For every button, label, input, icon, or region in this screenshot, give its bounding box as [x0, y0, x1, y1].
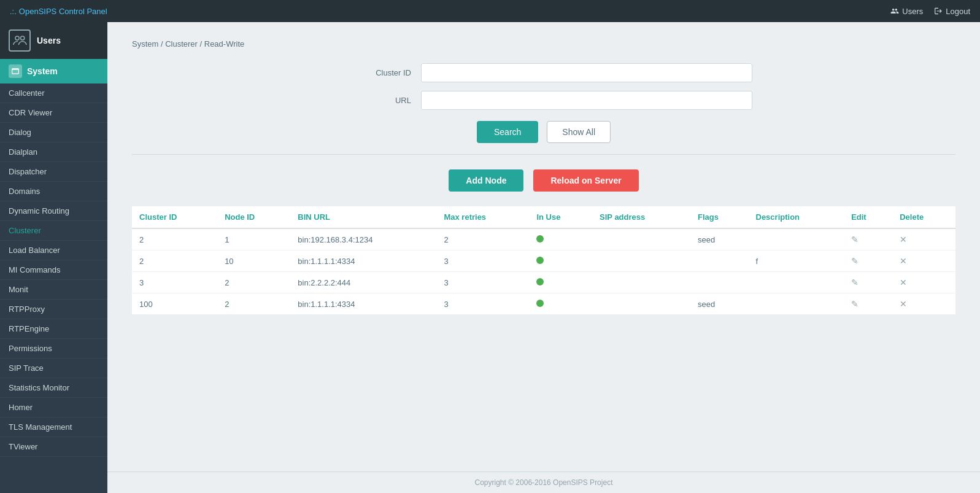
- sidebar-users-icon: [9, 29, 31, 52]
- sidebar-system-item[interactable]: System: [0, 59, 107, 83]
- logout-icon: [934, 7, 943, 15]
- in-use-cell: [529, 228, 592, 250]
- sidebar-item-homer[interactable]: Homer: [0, 398, 107, 417]
- edit-icon[interactable]: ✎: [851, 256, 858, 266]
- sidebar-item-dynamic-routing[interactable]: Dynamic Routing: [0, 201, 107, 221]
- description-cell: [749, 228, 844, 250]
- sidebar-item-statistics-monitor[interactable]: Statistics Monitor: [0, 378, 107, 398]
- table-row: 1002bin:1.1.1.1:43343seed✎✕: [132, 293, 955, 315]
- sidebar-logo: Users: [0, 22, 107, 59]
- description-cell: [749, 272, 844, 293]
- nodes-table: Cluster IDNode IDBIN URLMax retriesIn Us…: [132, 206, 955, 315]
- divider: [132, 154, 955, 155]
- sip-address-cell: [592, 293, 690, 315]
- node-id-cell: 10: [217, 250, 290, 272]
- col-header-sip-address: SIP address: [592, 206, 690, 228]
- sidebar-item-dialog[interactable]: Dialog: [0, 123, 107, 142]
- flags-cell: [690, 272, 748, 293]
- cluster-id-cell: 3: [132, 272, 217, 293]
- show-all-button[interactable]: Show All: [547, 121, 611, 143]
- sidebar-item-tviewer[interactable]: TViewer: [0, 437, 107, 457]
- cluster-id-input[interactable]: [421, 63, 752, 82]
- cluster-id-cell: 2: [132, 250, 217, 272]
- reload-button[interactable]: Reload on Server: [533, 169, 638, 192]
- bin-url-cell: bin:1.1.1.1:4334: [290, 250, 436, 272]
- sidebar-item-mi-commands[interactable]: MI Commands: [0, 260, 107, 280]
- sip-address-cell: [592, 228, 690, 250]
- flags-cell: seed: [690, 293, 748, 315]
- sidebar-item-cdr-viewer[interactable]: CDR Viewer: [0, 103, 107, 123]
- delete-icon[interactable]: ✕: [900, 256, 907, 266]
- topbar-actions: Users Logout: [890, 7, 970, 16]
- col-header-edit: Edit: [844, 206, 892, 228]
- logout-link[interactable]: Logout: [934, 7, 970, 16]
- edit-icon[interactable]: ✎: [851, 278, 858, 287]
- table-row: 32bin:2.2.2.2:4443✎✕: [132, 272, 955, 293]
- sip-address-cell: [592, 250, 690, 272]
- table-header: Cluster IDNode IDBIN URLMax retriesIn Us…: [132, 206, 955, 228]
- footer: Copyright © 2006-2016 OpenSIPS Project: [107, 472, 980, 493]
- col-header-cluster-id: Cluster ID: [132, 206, 217, 228]
- url-label: URL: [335, 96, 421, 105]
- sidebar-item-sip-trace[interactable]: SIP Trace: [0, 359, 107, 378]
- flags-cell: seed: [690, 228, 748, 250]
- users-link[interactable]: Users: [890, 7, 923, 16]
- search-button[interactable]: Search: [477, 121, 538, 143]
- bin-url-cell: bin:2.2.2.2:444: [290, 272, 436, 293]
- users-svg: [11, 32, 28, 49]
- bin-url-cell: bin:192.168.3.4:1234: [290, 228, 436, 250]
- in-use-cell: [529, 293, 592, 315]
- sidebar-item-monit[interactable]: Monit: [0, 280, 107, 300]
- in-use-indicator: [536, 278, 544, 285]
- delete-cell: ✕: [892, 272, 955, 293]
- in-use-indicator: [536, 235, 544, 243]
- sidebar-item-dispatcher[interactable]: Dispatcher: [0, 162, 107, 182]
- delete-icon[interactable]: ✕: [900, 278, 907, 287]
- sip-address-cell: [592, 272, 690, 293]
- edit-icon[interactable]: ✎: [851, 235, 858, 244]
- cluster-id-label: Cluster ID: [335, 68, 421, 77]
- delete-icon[interactable]: ✕: [900, 235, 907, 244]
- edit-cell: ✎: [844, 272, 892, 293]
- sidebar-item-callcenter[interactable]: Callcenter: [0, 83, 107, 103]
- max-retries-cell: 3: [436, 250, 529, 272]
- table-body: 21bin:192.168.3.4:12342seed✎✕210bin:1.1.…: [132, 228, 955, 315]
- sidebar-nav: CallcenterCDR ViewerDialogDialplanDispat…: [0, 83, 107, 457]
- delete-cell: ✕: [892, 228, 955, 250]
- description-cell: [749, 293, 844, 315]
- sidebar-item-tls-management[interactable]: TLS Management: [0, 417, 107, 437]
- table-header-row: Cluster IDNode IDBIN URLMax retriesIn Us…: [132, 206, 955, 228]
- col-header-node-id: Node ID: [217, 206, 290, 228]
- in-use-cell: [529, 272, 592, 293]
- in-use-cell: [529, 250, 592, 272]
- node-id-cell: 2: [217, 293, 290, 315]
- delete-icon[interactable]: ✕: [900, 299, 907, 309]
- in-use-indicator: [536, 257, 544, 264]
- sidebar: Users System CallcenterCDR ViewerDialogD…: [0, 22, 107, 493]
- sidebar-item-clusterer[interactable]: Clusterer: [0, 221, 107, 241]
- svg-point-1: [21, 36, 25, 40]
- description-cell: f: [749, 250, 844, 272]
- topbar: .:.OpenSIPS Control Panel Users Logout: [0, 0, 980, 22]
- brand-label: .:.OpenSIPS Control Panel: [10, 7, 110, 16]
- sidebar-item-domains[interactable]: Domains: [0, 182, 107, 201]
- add-node-button[interactable]: Add Node: [449, 169, 523, 192]
- search-form: Cluster ID URL Search Show All: [335, 63, 752, 143]
- form-buttons: Search Show All: [335, 121, 752, 143]
- max-retries-cell: 3: [436, 272, 529, 293]
- sidebar-item-rtpengine[interactable]: RTPEngine: [0, 319, 107, 339]
- users-icon: [890, 7, 899, 15]
- sidebar-item-dialplan[interactable]: Dialplan: [0, 142, 107, 162]
- col-header-max-retries: Max retries: [436, 206, 529, 228]
- edit-icon[interactable]: ✎: [851, 299, 858, 309]
- col-header-in-use: In Use: [529, 206, 592, 228]
- edit-cell: ✎: [844, 293, 892, 315]
- breadcrumb: System / Clusterer / Read-Write: [132, 39, 955, 49]
- sidebar-item-load-balancer[interactable]: Load Balancer: [0, 241, 107, 260]
- col-header-bin-url: BIN URL: [290, 206, 436, 228]
- main-content: System / Clusterer / Read-Write Cluster …: [107, 22, 980, 493]
- url-input[interactable]: [421, 91, 752, 110]
- sidebar-item-permissions[interactable]: Permissions: [0, 339, 107, 359]
- max-retries-cell: 3: [436, 293, 529, 315]
- sidebar-item-rtpproxy[interactable]: RTPProxy: [0, 300, 107, 319]
